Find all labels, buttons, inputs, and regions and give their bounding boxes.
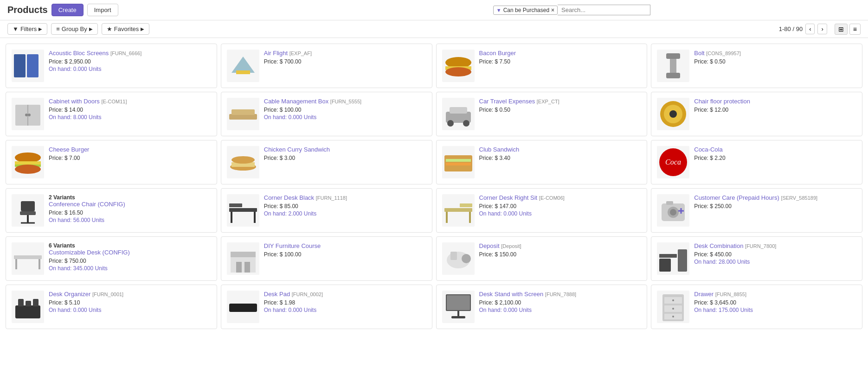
product-price: Price: $ 147.00: [479, 203, 642, 209]
kanban-view-button[interactable]: ⊞: [835, 24, 848, 35]
groupby-label: Group By: [62, 25, 87, 32]
search-bar: ▼ Can be Purchased ×: [493, 5, 861, 15]
product-card[interactable]: DIY Furniture Course Price: $ 100.00: [221, 236, 432, 281]
product-card[interactable]: 2 VariantsConference Chair (CONFIG) Pric…: [6, 188, 217, 233]
svg-rect-15: [231, 109, 255, 115]
svg-rect-24: [15, 161, 41, 165]
product-card[interactable]: Club Sandwich Price: $ 3.40: [436, 140, 648, 184]
pagination-prev[interactable]: ‹: [805, 24, 815, 34]
svg-point-18: [447, 120, 454, 127]
product-price: Price: $ 250.00: [694, 203, 856, 209]
product-info: Coca-Cola Price: $ 2.20: [694, 146, 856, 161]
svg-rect-50: [666, 201, 673, 205]
product-name: Acoustic Bloc Screens [FURN_6666]: [49, 50, 211, 57]
favorites-button[interactable]: ★ Favorites ▶: [102, 23, 149, 35]
list-view-button[interactable]: ≡: [849, 24, 861, 35]
product-card[interactable]: Cheese Burger Price: $ 7.00: [6, 140, 217, 184]
product-image: [12, 50, 44, 82]
product-price: Price: $ 3.40: [479, 155, 642, 161]
svg-rect-35: [21, 201, 35, 211]
product-info: Cheese Burger Price: $ 7.00: [49, 146, 211, 161]
svg-point-62: [462, 254, 471, 263]
filter-tag-can-be-purchased[interactable]: ▼ Can be Purchased ×: [493, 6, 558, 15]
product-card[interactable]: Corner Desk Right Sit [E-COM06]Price: $ …: [436, 188, 648, 233]
product-card[interactable]: Corner Desk Black [FURN_1118]Price: $ 85…: [221, 188, 432, 233]
funnel-icon: ▼: [496, 7, 502, 13]
svg-rect-53: [14, 255, 42, 259]
product-price: Price: $ 3.00: [264, 155, 426, 161]
product-card[interactable]: Chair floor protection Price: $ 12.00: [651, 92, 862, 136]
product-onhand: On hand: 0.000 Units: [49, 307, 211, 313]
product-card[interactable]: Desk Stand with Screen [FURN_7888]Price:…: [436, 285, 648, 329]
product-name: Desk Combination [FURN_7800]: [694, 242, 856, 250]
svg-rect-72: [447, 295, 470, 310]
product-card[interactable]: Chicken Curry Sandwich Price: $ 3.00: [221, 140, 432, 184]
svg-text:Coca: Coca: [665, 158, 681, 166]
favorites-arrow: ▶: [141, 26, 144, 32]
product-card[interactable]: CocaCoca-Cola Price: $ 2.20: [651, 140, 862, 184]
product-price: Price: $ 14.00: [49, 107, 211, 113]
product-name: Cabinet with Doors [E-COM11]: [49, 98, 211, 106]
svg-rect-9: [666, 73, 680, 78]
svg-rect-3: [236, 70, 250, 74]
product-card[interactable]: Customer Care (Prepaid Hours) [SERV_5851…: [651, 188, 862, 233]
product-price: Price: $ 2.20: [694, 155, 856, 161]
product-card[interactable]: Cabinet with Doors [E-COM11]Price: $ 14.…: [6, 92, 217, 136]
product-name: Customer Care (Prepaid Hours) [SERV_5851…: [694, 194, 856, 202]
product-name: DIY Furniture Course: [264, 242, 426, 250]
product-card[interactable]: 6 VariantsCustomizable Desk (CONFIG) Pri…: [6, 236, 217, 281]
product-onhand: On hand: 56.000 Units: [49, 217, 211, 223]
product-info: DIY Furniture Course Price: $ 100.00: [264, 242, 426, 258]
product-onhand: On hand: 0.000 Units: [49, 66, 211, 72]
svg-rect-44: [460, 203, 472, 207]
product-info: Corner Desk Black [FURN_1118]Price: $ 85…: [264, 194, 426, 217]
svg-rect-61: [450, 252, 457, 260]
filters-button[interactable]: ▼ Filters ▶: [7, 23, 47, 35]
svg-point-12: [25, 114, 28, 116]
product-name: Cheese Burger: [49, 146, 211, 154]
svg-rect-64: [659, 259, 671, 272]
product-onhand: On hand: 2.000 Units: [264, 210, 426, 217]
groupby-button[interactable]: ≡ Group By ▶: [51, 23, 98, 35]
product-card[interactable]: Desk Organizer [FURN_0001]Price: $ 5.10O…: [6, 285, 217, 329]
search-input[interactable]: [558, 5, 650, 15]
product-price: Price: $ 700.00: [264, 58, 426, 65]
pagination-next[interactable]: ›: [817, 24, 827, 34]
import-button[interactable]: Import: [87, 4, 118, 16]
svg-rect-74: [451, 316, 465, 318]
product-price: Price: $ 450.00: [694, 251, 856, 258]
svg-point-29: [231, 156, 255, 164]
svg-rect-63: [659, 254, 677, 258]
product-image: [442, 50, 475, 82]
svg-rect-69: [33, 299, 39, 306]
product-card[interactable]: Desk Pad [FURN_0002]Price: $ 1.98On hand…: [221, 285, 432, 329]
svg-rect-31: [446, 159, 471, 162]
product-name: Bolt [CONS_89957]: [694, 50, 856, 57]
product-variants: 6 Variants: [49, 242, 211, 249]
filters-arrow: ▶: [39, 26, 42, 32]
product-card[interactable]: Air Flight [EXP_AF]Price: $ 700.00: [221, 44, 432, 88]
product-price: Price: $ 7.50: [479, 58, 642, 65]
product-card[interactable]: Desk Combination [FURN_7800]Price: $ 450…: [651, 236, 862, 281]
star-icon: ★: [107, 25, 112, 32]
product-price: Price: $ 2,100.00: [479, 299, 642, 306]
product-image: [227, 50, 259, 82]
product-onhand: On hand: 175.000 Units: [694, 307, 856, 313]
product-card[interactable]: Bacon Burger Price: $ 7.50: [436, 44, 648, 88]
filter-tag-close[interactable]: ×: [551, 7, 554, 13]
product-price: Price: $ 0.50: [694, 58, 856, 65]
top-bar: Products Create Import ▼ Can be Purchase…: [0, 0, 868, 20]
product-card[interactable]: Acoustic Bloc Screens [FURN_6666]Price: …: [6, 44, 217, 88]
svg-rect-56: [231, 256, 256, 273]
product-image: [227, 242, 259, 275]
product-card[interactable]: Car Travel Expenses [EXP_CT]Price: $ 0.5…: [436, 92, 648, 136]
product-price: Price: $ 12.00: [694, 107, 856, 113]
product-card[interactable]: Cable Management Box [FURN_5555]Price: $…: [221, 92, 432, 136]
product-card[interactable]: Bolt [CONS_89957]Price: $ 0.50: [651, 44, 862, 88]
product-info: 2 VariantsConference Chair (CONFIG) Pric…: [49, 194, 211, 223]
product-name: Cable Management Box [FURN_5555]: [264, 98, 426, 106]
create-button[interactable]: Create: [51, 4, 84, 16]
product-name: Conference Chair (CONFIG): [49, 201, 211, 209]
product-card[interactable]: Drawer [FURN_8855]Price: $ 3,645.00On ha…: [651, 285, 862, 329]
product-card[interactable]: Deposit [Deposit]Price: $ 150.00: [436, 236, 648, 281]
